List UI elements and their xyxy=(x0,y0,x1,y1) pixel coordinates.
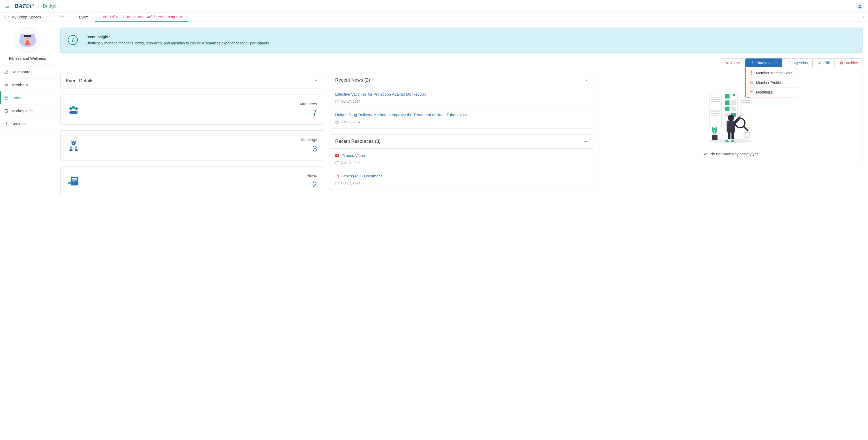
user-avatar[interactable] xyxy=(856,2,864,10)
svg-rect-41 xyxy=(725,94,730,98)
main-content: i Event Insights! Effortlessly manage me… xyxy=(55,22,868,440)
action-button-group: Close Download Member Meeting Slots xyxy=(720,59,863,67)
attendees-icon xyxy=(67,103,80,116)
view-all-activity[interactable]: → xyxy=(852,78,857,84)
sidebar-item-events[interactable]: Events xyxy=(0,92,55,104)
sidebar-item-dashboard[interactable]: Dashboard xyxy=(0,65,55,78)
dropdown-item-member-profile[interactable]: Member Profile xyxy=(746,78,797,87)
group-icon xyxy=(749,90,753,94)
resource-item-title: Fitness Video xyxy=(335,153,588,159)
resource-item-date: Oct 17, 2024 xyxy=(335,181,588,185)
action-row: Close Download Member Meeting Slots xyxy=(60,59,863,67)
logo[interactable]: BATOI® xyxy=(14,3,34,9)
dropdown-item-meetings[interactable]: Meeting(s) xyxy=(746,87,797,97)
svg-point-19 xyxy=(73,143,74,144)
svg-rect-39 xyxy=(711,115,717,115)
svg-rect-60 xyxy=(712,135,717,139)
view-all-resources[interactable]: → xyxy=(583,139,588,144)
recent-resources-title: Recent Resources (3) xyxy=(335,139,381,144)
event-details-title: Event Details xyxy=(66,78,93,83)
col-event-details: Event Details Attendees xyxy=(60,73,324,196)
breadcrumb-back[interactable]: ← My Bridge Spaces xyxy=(0,12,55,22)
svg-rect-36 xyxy=(711,110,720,110)
back-arrow-icon: ← xyxy=(4,15,9,20)
svg-point-16 xyxy=(69,107,72,110)
svg-rect-31 xyxy=(336,182,339,185)
svg-rect-30 xyxy=(336,162,339,164)
stat-value: 7 xyxy=(299,108,317,118)
svg-rect-28 xyxy=(336,100,339,103)
calendar-icon xyxy=(4,96,8,100)
archive-button[interactable]: Archive xyxy=(835,59,863,67)
calendar-check-icon xyxy=(335,120,339,124)
svg-point-21 xyxy=(75,146,77,148)
news-item[interactable]: Unique Drug Delivery Method to Improve t… xyxy=(330,108,593,128)
stat-value: 3 xyxy=(301,144,317,154)
view-all-news[interactable]: → xyxy=(583,77,588,83)
sidebar-item-members[interactable]: Members xyxy=(0,78,55,92)
svg-point-17 xyxy=(75,107,78,110)
chevron-down-icon xyxy=(775,62,777,64)
alert-title: Event Insights! xyxy=(86,34,270,40)
svg-rect-35 xyxy=(711,101,720,102)
col-recent: Recent News (2) → Effective Vaccines for… xyxy=(330,73,593,196)
close-button[interactable]: Close xyxy=(720,59,745,67)
svg-rect-25 xyxy=(72,180,77,181)
calendar-check-icon xyxy=(335,161,339,165)
breadcrumb-collapse[interactable] xyxy=(859,12,868,22)
menu-toggle[interactable] xyxy=(4,3,10,9)
sidebar-item-marketplace[interactable]: Marketplace xyxy=(0,104,55,117)
news-item[interactable]: Effective Vaccines for Protection Agains… xyxy=(330,87,593,108)
svg-point-15 xyxy=(72,106,75,109)
info-alert: i Event Insights! Effortlessly manage me… xyxy=(60,28,863,53)
id-card-icon xyxy=(749,80,753,85)
resource-item[interactable]: Fitness Video Oct 17, 2024 xyxy=(330,148,593,169)
stat-label: Attendees xyxy=(299,102,317,106)
agendas-button[interactable]: Agendas xyxy=(782,59,813,67)
info-icon: i xyxy=(68,35,78,45)
edit-button[interactable]: Edit xyxy=(813,59,835,67)
svg-rect-43 xyxy=(725,100,730,105)
sidebar-item-settings[interactable]: Settings xyxy=(0,117,55,130)
svg-rect-33 xyxy=(711,97,720,98)
download-icon xyxy=(750,61,754,65)
breadcrumb-event[interactable]: Event xyxy=(71,12,95,22)
svg-point-0 xyxy=(859,5,861,6)
resource-item[interactable]: Fitness PDF Document Oct 17, 2024 xyxy=(330,169,593,190)
activity-card: → xyxy=(599,73,863,164)
svg-rect-57 xyxy=(732,132,734,139)
divider xyxy=(38,3,39,10)
recent-resources-card: Recent Resources (3) → Fitness Video Oct… xyxy=(330,134,593,190)
edit-icon xyxy=(817,61,822,65)
svg-point-14 xyxy=(752,91,752,92)
resource-item-date: Oct 17, 2024 xyxy=(335,161,588,165)
news-item-title: Unique Drug Delivery Method to Improve t… xyxy=(335,112,588,118)
event-details-header[interactable]: Event Details xyxy=(61,73,324,89)
svg-rect-37 xyxy=(711,111,720,112)
svg-rect-38 xyxy=(711,113,720,114)
breadcrumb-home[interactable] xyxy=(55,12,71,22)
svg-rect-46 xyxy=(731,106,736,111)
sidebar: Fitness and Wellness Dashboard Members E… xyxy=(0,22,55,440)
empty-illustration xyxy=(603,87,858,150)
svg-rect-34 xyxy=(711,99,720,100)
calendar-check-icon xyxy=(335,99,339,103)
event-details-card: Event Details xyxy=(60,73,324,89)
calendar-check-icon xyxy=(335,181,339,185)
download-button[interactable]: Download xyxy=(745,59,782,67)
trash-icon xyxy=(839,61,843,65)
svg-rect-52 xyxy=(741,102,750,103)
svg-point-61 xyxy=(745,132,750,137)
stat-value: 2 xyxy=(307,180,317,189)
sidebar-item-label: Dashboard xyxy=(11,70,30,74)
home-icon xyxy=(4,70,8,74)
svg-point-20 xyxy=(70,146,72,148)
brand-link[interactable]: Bridge xyxy=(43,3,56,9)
svg-rect-51 xyxy=(741,100,750,101)
dropdown-item-member-meeting-slots[interactable]: Member Meeting Slots xyxy=(746,68,797,78)
pdf-icon xyxy=(335,174,339,178)
breadcrumb-current: Monthly Fitness and Wellness Program xyxy=(95,12,188,22)
news-item-date: Oct 17, 2024 xyxy=(335,120,588,124)
svg-point-13 xyxy=(750,91,751,92)
news-icon xyxy=(67,175,80,188)
